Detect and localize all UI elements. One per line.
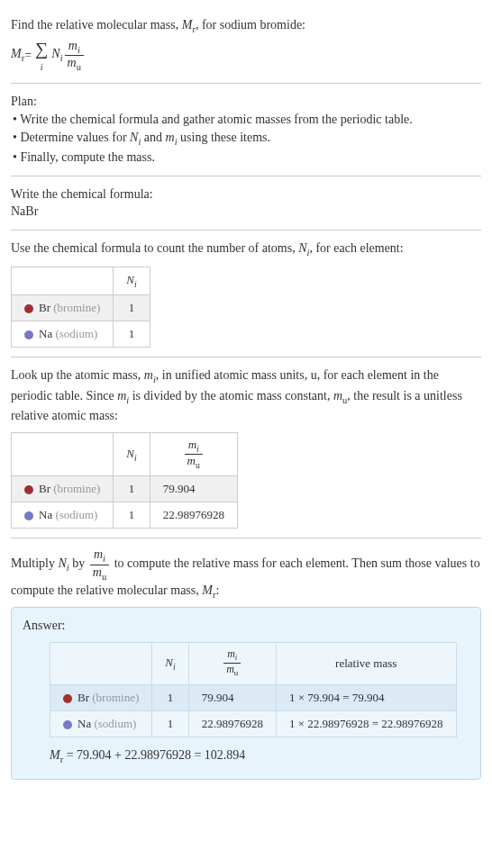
mr-formula: Mr = ∑ i Ni mi mu <box>11 36 86 74</box>
element-name: (bromine) <box>53 301 100 314</box>
problem-section: Find the relative molecular mass, Mr, fo… <box>11 7 481 84</box>
element-symbol: Na <box>39 508 52 521</box>
header-blank <box>12 432 114 476</box>
table-row: Br (bromine) 1 79.904 1 × 79.904 = 79.90… <box>50 684 457 710</box>
header-blank <box>50 642 152 684</box>
element-symbol: Br <box>77 691 89 704</box>
header-relmass: relative mass <box>276 642 456 684</box>
answer-label: Answer: <box>23 617 469 635</box>
lhs: Mr <box>11 45 24 65</box>
element-symbol: Br <box>39 301 50 314</box>
element-name: (sodium) <box>55 508 97 521</box>
element-dot-icon <box>24 485 33 494</box>
header-ratio: mi mu <box>188 642 276 684</box>
relmass-value: 1 × 79.904 = 79.904 <box>276 684 456 710</box>
ni-value: 1 <box>114 476 150 502</box>
table-row: Na (sodium) 1 22.98976928 1 × 22.9897692… <box>50 710 457 737</box>
ratio-value: 22.98976928 <box>188 710 276 737</box>
element-symbol: Br <box>39 482 50 495</box>
step4-line: Multiply Ni by mi mu to compute the rela… <box>11 547 481 601</box>
ratio-value: 79.904 <box>150 476 237 502</box>
step3-line: Look up the atomic mass, mi, in unified … <box>11 366 481 425</box>
element-dot-icon <box>63 720 72 729</box>
mr-symbol: Mr <box>182 18 196 32</box>
ratio-value: 22.98976928 <box>150 502 237 529</box>
header-ratio: mi mu <box>150 432 237 476</box>
intro-text-a: Find the relative molecular mass, <box>11 18 182 32</box>
ni-value: 1 <box>152 684 188 710</box>
step2-section: Use the chemical formula to count the nu… <box>11 231 481 357</box>
relmass-value: 1 × 22.98976928 = 22.98976928 <box>276 710 456 737</box>
step1-line: Write the chemical formula: <box>11 185 481 203</box>
final-result: Mr = 79.904 + 22.98976928 = 102.894 <box>50 746 469 766</box>
problem-intro: Find the relative molecular mass, Mr, fo… <box>11 16 481 36</box>
chemical-formula: NaBr <box>11 203 481 221</box>
element-name: (bromine) <box>53 482 100 495</box>
header-ni: Ni <box>114 267 150 295</box>
ni-value: 1 <box>114 502 150 529</box>
element-dot-icon <box>24 330 33 339</box>
ratio-value: 79.904 <box>188 684 276 710</box>
plan-heading: Plan: <box>11 93 481 111</box>
step1-section: Write the chemical formula: NaBr <box>11 176 481 231</box>
element-dot-icon <box>24 304 33 313</box>
step2-line: Use the chemical formula to count the nu… <box>11 240 481 259</box>
plan-bullet-1: • Write the chemical formula and gather … <box>11 111 481 129</box>
element-name: (bromine) <box>92 691 139 704</box>
table-row: Na (sodium) 1 <box>12 321 150 348</box>
mi-over-mu: mi mu <box>65 39 84 73</box>
ni-value: 1 <box>114 321 150 348</box>
element-symbol: Na <box>39 327 52 340</box>
table-row: Na (sodium) 1 22.98976928 <box>12 502 238 529</box>
header-blank <box>12 267 114 295</box>
ni-table: Ni Br (bromine) 1 Na (sodium) 1 <box>11 267 150 348</box>
table-row: Br (bromine) 1 79.904 <box>12 476 238 502</box>
table-row: Br (bromine) 1 <box>12 295 150 321</box>
ni-term: Ni <box>51 45 62 65</box>
ratio-table: Ni mi mu Br (bromine) 1 79.904 Na (sodiu… <box>11 432 238 529</box>
sigma-icon: ∑ i <box>35 36 48 74</box>
ni-value: 1 <box>152 710 188 737</box>
element-name: (sodium) <box>55 327 97 340</box>
element-dot-icon <box>63 694 72 703</box>
plan-bullet-2: • Determine values for Ni and mi using t… <box>11 129 481 149</box>
header-ni: Ni <box>152 642 188 684</box>
plan-section: Plan: • Write the chemical formula and g… <box>11 84 481 176</box>
step4-section: Multiply Ni by mi mu to compute the rela… <box>11 538 481 789</box>
step3-section: Look up the atomic mass, mi, in unified … <box>11 357 481 538</box>
intro-text-b: , for sodium bromide: <box>196 18 305 32</box>
element-dot-icon <box>24 511 33 520</box>
header-ni: Ni <box>114 432 150 476</box>
element-name: (sodium) <box>94 717 136 730</box>
answer-table: Ni mi mu relative mass Br (bromine) 1 79… <box>50 642 457 737</box>
answer-box: Answer: Ni mi mu relative mass Br (bromi… <box>11 607 481 780</box>
equals: = <box>24 47 32 65</box>
element-symbol: Na <box>77 717 91 730</box>
plan-bullet-3: • Finally, compute the mass. <box>11 149 481 167</box>
ni-value: 1 <box>114 295 150 321</box>
